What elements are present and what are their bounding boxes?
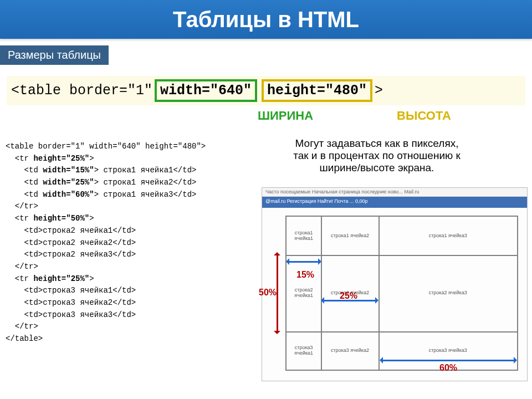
code-line: <td width="15%"> строка1 ячейка1</td> xyxy=(6,165,216,177)
code-headline: <table border="1" width="640" height="48… xyxy=(7,76,525,105)
width-attribute-highlight: width="640" xyxy=(155,79,257,102)
code-suffix: > xyxy=(375,83,383,99)
code-line: </tr> xyxy=(6,321,216,333)
note-line: Могут задаваться как в пикселях, xyxy=(233,137,521,150)
height-attribute-highlight: height="480" xyxy=(262,79,372,102)
table-cell: строка1 ячейка2 xyxy=(321,217,378,255)
slide-title-bar: Таблицы в HTML xyxy=(0,0,532,39)
code-line: <table border="1" width="640" height="48… xyxy=(6,141,216,153)
code-sample: <table border="1" width="640" height="48… xyxy=(0,137,222,398)
code-line: <td>строка3 ячейка3</td> xyxy=(6,309,216,321)
code-line: <tr height="25%"> xyxy=(6,273,216,285)
preview-table: строка1 ячейка1 строка1 ячейка2 строка1 … xyxy=(285,216,518,371)
code-line: <td>строка3 ячейка1</td> xyxy=(6,285,216,297)
labels-row: ШИРИНА ВЫСОТА xyxy=(0,109,532,123)
annotation-60: 60% xyxy=(439,363,457,373)
table-cell: строка1 ячейка3 xyxy=(378,217,517,255)
arrow-height-50 xyxy=(277,254,278,332)
annotation-25: 25% xyxy=(340,291,357,301)
label-height: ВЫСОТА xyxy=(355,109,493,123)
slide-title: Таблицы в HTML xyxy=(173,7,359,32)
slide-subtitle: Размеры таблицы xyxy=(0,45,109,65)
note-line: ширине/высоте экрана. xyxy=(233,162,521,174)
code-line: <td width="60%"> строка1 ячейка3</td> xyxy=(6,189,216,201)
browser-mock: Часто посещаемые Начальная страница посл… xyxy=(262,187,528,381)
table-cell: строка3 ячейка1 xyxy=(287,331,321,370)
code-line: </table> xyxy=(6,333,216,345)
table-cell: строка1 ячейка1 xyxy=(287,217,321,255)
code-line: <td>строка2 ячейка3</td> xyxy=(6,249,216,261)
subtitle-text: Размеры таблицы xyxy=(8,49,101,61)
arrow-width-60 xyxy=(382,360,515,361)
arrow-width-15 xyxy=(288,261,319,263)
code-prefix: <table border="1" xyxy=(11,83,152,99)
annotation-50: 50% xyxy=(259,288,277,298)
table-cell: строка2 ячейка1 xyxy=(287,255,321,331)
browser-toolbar-mail: @mail.ru Регистрация Найти! Почта ... 0,… xyxy=(262,197,527,208)
code-line: <tr height="50%"> xyxy=(6,213,216,225)
note-text: Могут задаваться как в пикселях, так и в… xyxy=(222,137,532,180)
code-line: <tr height="25%"> xyxy=(6,153,216,165)
code-line: <td>строка2 ячейка1</td> xyxy=(6,225,216,237)
table-cell: строка2 ячейка3 xyxy=(378,255,517,331)
code-line: <td>строка3 ячейка2</td> xyxy=(6,297,216,309)
table-cell: строка3 ячейка2 xyxy=(321,331,378,370)
browser-toolbar: Часто посещаемые Начальная страница посл… xyxy=(262,188,527,197)
code-line: <td width="25%"> строка1 ячейка2</td> xyxy=(6,177,216,189)
note-line: так и в процентах по отношению к xyxy=(233,150,521,162)
annotation-15: 15% xyxy=(296,270,314,280)
code-line: <td>строка2 ячейка2</td> xyxy=(6,237,216,249)
code-line: </tr> xyxy=(6,261,216,273)
label-width: ШИРИНА xyxy=(216,109,355,123)
code-line: </tr> xyxy=(6,201,216,213)
